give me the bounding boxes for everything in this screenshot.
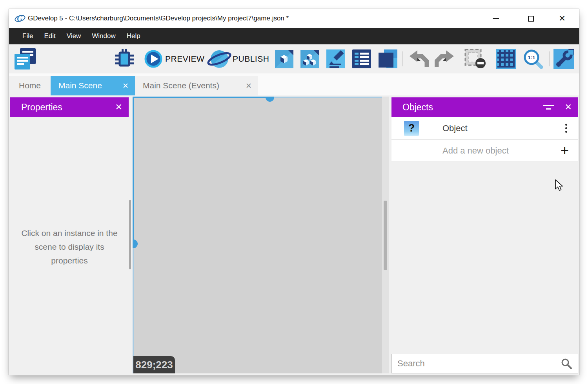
edit-properties-button[interactable] (326, 44, 345, 73)
svg-text:1:1: 1:1 (528, 55, 535, 60)
resize-handle-top[interactable] (266, 97, 274, 102)
publish-button[interactable] (207, 44, 232, 73)
properties-panel-title: Properties (21, 102, 62, 113)
title-bar: G GDevelop 5 - C:\Users\charburg\Documen… (9, 9, 579, 28)
object-list-item[interactable]: ? Object (391, 117, 578, 140)
pencil-icon (326, 49, 345, 68)
properties-empty-message: Click on an instance in the scene to dis… (19, 226, 120, 267)
preview-button[interactable] (144, 44, 163, 73)
zoom-1-1-icon: 1:1 (523, 49, 543, 69)
objects-panel: Objects ✕ ? Object Add a new object + (391, 97, 578, 373)
toolbar-separator (402, 51, 403, 66)
mouse-cursor (555, 179, 565, 191)
project-manager-icon (14, 48, 36, 70)
layers-button[interactable] (378, 44, 398, 73)
redo-icon (435, 50, 454, 68)
properties-panel-header: Properties ✕ (10, 97, 129, 117)
objects-panel-header: Objects ✕ (391, 97, 578, 117)
game-window-top-edge (133, 97, 270, 98)
tab-home[interactable]: Home (9, 76, 51, 95)
toolbar: PREVIEW PUBLISH (9, 44, 579, 73)
scene-tools-button[interactable] (553, 44, 574, 73)
close-icon[interactable]: ✕ (115, 102, 122, 112)
kebab-menu-icon[interactable] (565, 124, 567, 133)
toolbar-separator (460, 51, 460, 66)
plus-icon: + (561, 145, 569, 157)
menu-view[interactable]: View (61, 28, 87, 44)
menu-edit[interactable]: Edit (38, 28, 61, 44)
minimize-icon (493, 18, 499, 19)
resize-handle-left[interactable] (133, 240, 138, 248)
object-name: Object (442, 123, 468, 133)
menu-file[interactable]: File (17, 28, 38, 44)
toolbar-separator (549, 51, 550, 66)
editor-content: Properties ✕ Click on an instance in the… (9, 95, 579, 375)
search-input[interactable] (397, 358, 561, 369)
events-sheet-icon (352, 49, 371, 68)
debugger-icon (114, 48, 135, 70)
add-object-label: Add a new object (442, 146, 509, 156)
filter-icon[interactable] (543, 105, 554, 110)
tab-main-scene-events[interactable]: Main Scene (Events) ✕ (135, 76, 258, 95)
close-icon[interactable]: ✕ (565, 102, 572, 112)
object-question-icon: ? (404, 121, 419, 136)
scene-canvas[interactable]: 829;223 (133, 97, 382, 373)
publish-label[interactable]: PUBLISH (233, 44, 269, 73)
left-scrollbar-thumb[interactable] (129, 200, 131, 269)
search-icon[interactable] (561, 358, 572, 369)
maximize-icon (528, 16, 534, 22)
menu-bar: File Edit View Window Help (9, 28, 579, 44)
menu-help[interactable]: Help (121, 28, 146, 44)
canvas-scrollbar-thumb[interactable] (384, 201, 387, 270)
filter-bar (546, 108, 551, 110)
app-window: G GDevelop 5 - C:\Users\charburg\Documen… (9, 9, 579, 375)
layers-icon (378, 49, 398, 69)
object-search-bar (391, 354, 578, 373)
wrench-icon (553, 49, 574, 69)
tab-close-icon[interactable]: ✕ (246, 81, 252, 90)
undo-icon (409, 50, 429, 68)
scene-cube-icon (275, 50, 293, 68)
minimize-button[interactable] (487, 9, 505, 28)
filter-bar (543, 105, 554, 106)
mask-icon (464, 48, 487, 69)
toggle-mask-button[interactable] (464, 44, 487, 73)
edit-scene-button[interactable] (275, 44, 293, 73)
preview-label[interactable]: PREVIEW (165, 44, 204, 73)
close-window-button[interactable]: ✕ (553, 9, 571, 28)
add-object-row[interactable]: Add a new object + (391, 140, 578, 161)
debugger-button[interactable] (114, 44, 135, 73)
tab-close-icon[interactable]: ✕ (122, 81, 129, 90)
maximize-button[interactable] (522, 9, 540, 28)
grid-icon (496, 49, 516, 69)
cursor-coordinates-badge: 829;223 (133, 356, 175, 373)
window-title: GDevelop 5 - C:\Users\charburg\Documents… (28, 9, 289, 28)
toggle-grid-button[interactable] (496, 44, 516, 73)
properties-panel: Properties ✕ Click on an instance in the… (10, 97, 129, 373)
tab-main-scene[interactable]: Main Scene ✕ (51, 76, 135, 95)
tab-bar: Home Main Scene ✕ Main Scene (Events) ✕ (9, 73, 579, 95)
publish-globe-icon (207, 48, 232, 69)
project-manager-button[interactable] (14, 44, 36, 73)
objects-panel-title: Objects (402, 102, 433, 113)
objects-cubes-icon (300, 50, 319, 68)
preview-play-icon (144, 49, 163, 68)
game-window-left-edge (133, 97, 134, 244)
zoom-original-button[interactable]: 1:1 (523, 44, 543, 73)
game-window-left-edge-light (133, 244, 134, 373)
edit-events-button[interactable] (352, 44, 371, 73)
gdevelop-logo-icon: G (15, 13, 25, 24)
menu-window[interactable]: Window (86, 28, 121, 44)
edit-objects-button[interactable] (300, 44, 319, 73)
undo-button[interactable] (409, 44, 429, 73)
redo-button[interactable] (435, 44, 454, 73)
game-window-top-edge-light (270, 97, 382, 98)
